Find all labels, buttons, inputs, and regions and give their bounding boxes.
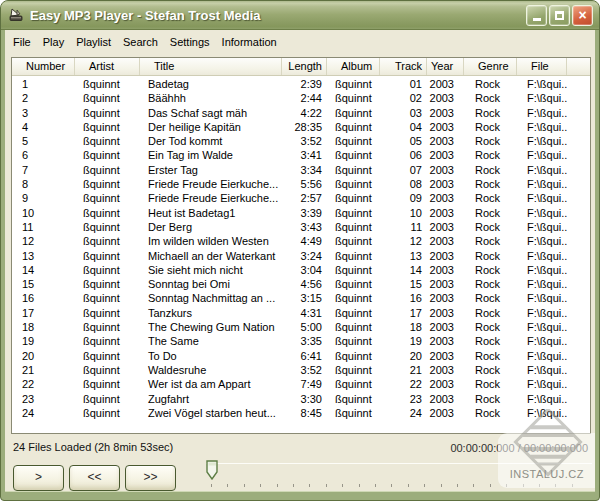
cell-title: Sie sieht mich nicht bbox=[140, 263, 282, 277]
cell-title: Sonntag Nachmittag an ... bbox=[140, 291, 282, 305]
cell-title: Im wilden wilden Westen bbox=[140, 234, 282, 248]
cell-artist: ßquinnt bbox=[75, 392, 140, 406]
cell-track: 24 bbox=[380, 406, 427, 420]
cell-track: 21 bbox=[380, 363, 427, 377]
cell-title: Bäähhh bbox=[140, 91, 282, 105]
table-row[interactable]: 4ßquinntDer heilige Kapitän28:35ßquinnt0… bbox=[12, 120, 590, 134]
column-header-length[interactable]: Length bbox=[282, 58, 327, 75]
cell-length: 3:52 bbox=[282, 134, 327, 148]
cell-length: 4:56 bbox=[282, 277, 327, 291]
cell-filler bbox=[567, 363, 575, 377]
table-row[interactable]: 1ßquinntBadetag2:39ßquinnt012003RockF:\ß… bbox=[12, 77, 590, 91]
next-button[interactable]: >> bbox=[125, 465, 176, 491]
column-header-file[interactable]: File bbox=[517, 58, 567, 75]
cell-year: 2003 bbox=[427, 334, 464, 348]
column-header-title[interactable]: Title bbox=[140, 58, 282, 75]
previous-button[interactable]: << bbox=[69, 465, 120, 491]
cell-album: ßquinnt bbox=[327, 220, 380, 234]
titlebar[interactable]: Easy MP3 Player - Stefan Trost Media × bbox=[1, 1, 599, 30]
menu-item-settings[interactable]: Settings bbox=[164, 32, 216, 52]
cell-album: ßquinnt bbox=[327, 291, 380, 305]
cell-year: 2003 bbox=[427, 320, 464, 334]
menu-item-play[interactable]: Play bbox=[37, 32, 70, 52]
play-button[interactable]: > bbox=[13, 465, 64, 491]
cell-length: 3:41 bbox=[282, 148, 327, 162]
table-row[interactable]: 21ßquinntWaldesruhe3:52ßquinnt212003Rock… bbox=[12, 363, 590, 377]
cell-artist: ßquinnt bbox=[75, 191, 140, 205]
cell-title: Erster Tag bbox=[140, 163, 282, 177]
column-header-number[interactable]: Number bbox=[12, 58, 75, 75]
seek-slider-thumb[interactable] bbox=[206, 460, 219, 481]
table-row[interactable]: 11ßquinntDer Berg3:43ßquinnt112003RockF:… bbox=[12, 220, 590, 234]
cell-year: 2003 bbox=[427, 220, 464, 234]
minimize-button[interactable] bbox=[526, 5, 547, 26]
cell-year: 2003 bbox=[427, 77, 464, 91]
table-row[interactable]: 13ßquinntMichaell an der Waterkant3:24ßq… bbox=[12, 249, 590, 263]
cell-number: 2 bbox=[12, 91, 75, 105]
column-header-year[interactable]: Year bbox=[427, 58, 464, 75]
maximize-button[interactable] bbox=[549, 5, 570, 26]
menu-item-information[interactable]: Information bbox=[216, 32, 283, 52]
cell-filler bbox=[567, 263, 575, 277]
menu-item-file[interactable]: File bbox=[7, 32, 37, 52]
table-row[interactable]: 9ßquinntFriede Freude Eierkuche...2:57ßq… bbox=[12, 191, 590, 205]
cell-file: F:\ßqui... bbox=[517, 134, 567, 148]
cell-artist: ßquinnt bbox=[75, 334, 140, 348]
table-row[interactable]: 10ßquinntHeut ist Badetag13:39ßquinnt102… bbox=[12, 206, 590, 220]
cell-artist: ßquinnt bbox=[75, 134, 140, 148]
column-header-artist[interactable]: Artist bbox=[75, 58, 140, 75]
cell-title: The Chewing Gum Nation bbox=[140, 320, 282, 334]
cell-file: F:\ßqui... bbox=[517, 191, 567, 205]
table-row[interactable]: 3ßquinntDas Schaf sagt mäh4:22ßquinnt032… bbox=[12, 106, 590, 120]
cell-file: F:\ßqui... bbox=[517, 91, 567, 105]
table-row[interactable]: 23ßquinntZugfahrt3:30ßquinnt232003RockF:… bbox=[12, 392, 590, 406]
table-row[interactable]: 17ßquinntTanzkurs4:31ßquinnt172003RockF:… bbox=[12, 306, 590, 320]
cell-album: ßquinnt bbox=[327, 163, 380, 177]
cell-genre: Rock bbox=[464, 263, 517, 277]
cell-album: ßquinnt bbox=[327, 191, 380, 205]
cell-genre: Rock bbox=[464, 134, 517, 148]
table-row[interactable]: 22ßquinntWer ist da am Appart7:49ßquinnt… bbox=[12, 377, 590, 391]
table-row[interactable]: 20ßquinntTo Do6:41ßquinnt202003RockF:\ßq… bbox=[12, 349, 590, 363]
table-row[interactable]: 5ßquinntDer Tod kommt3:52ßquinnt052003Ro… bbox=[12, 134, 590, 148]
table-row[interactable]: 12ßquinntIm wilden wilden Westen4:49ßqui… bbox=[12, 234, 590, 248]
close-button[interactable]: × bbox=[572, 5, 593, 26]
cell-file: F:\ßqui... bbox=[517, 163, 567, 177]
cell-file: F:\ßqui... bbox=[517, 334, 567, 348]
client-area: File Play Playlist Search Settings Infor… bbox=[5, 30, 595, 491]
cell-title: Tanzkurs bbox=[140, 306, 282, 320]
table-row[interactable]: 19ßquinntThe Same3:35ßquinnt192003RockF:… bbox=[12, 334, 590, 348]
table-row[interactable]: 14ßquinntSie sieht mich nicht3:04ßquinnt… bbox=[12, 263, 590, 277]
column-header-track[interactable]: Track bbox=[380, 58, 427, 75]
table-row[interactable]: 2ßquinntBäähhh2:44ßquinnt022003RockF:\ßq… bbox=[12, 91, 590, 105]
cell-number: 13 bbox=[12, 249, 75, 263]
table-row[interactable]: 6ßquinntEin Tag im Walde3:41ßquinnt06200… bbox=[12, 148, 590, 162]
cell-year: 2003 bbox=[427, 91, 464, 105]
table-row[interactable]: 7ßquinntErster Tag3:34ßquinnt072003RockF… bbox=[12, 163, 590, 177]
cell-track: 20 bbox=[380, 349, 427, 363]
cell-title: Michaell an der Waterkant bbox=[140, 249, 282, 263]
cell-filler bbox=[567, 134, 575, 148]
cell-artist: ßquinnt bbox=[75, 263, 140, 277]
column-header-genre[interactable]: Genre bbox=[464, 58, 517, 75]
cell-track: 10 bbox=[380, 206, 427, 220]
cell-title: Der Berg bbox=[140, 220, 282, 234]
cell-artist: ßquinnt bbox=[75, 177, 140, 191]
cell-track: 05 bbox=[380, 134, 427, 148]
cell-track: 17 bbox=[380, 306, 427, 320]
table-row[interactable]: 8ßquinntFriede Freude Eierkuche...5:56ßq… bbox=[12, 177, 590, 191]
column-header-album[interactable]: Album bbox=[327, 58, 380, 75]
cell-length: 2:57 bbox=[282, 191, 327, 205]
cell-file: F:\ßqui... bbox=[517, 263, 567, 277]
cell-year: 2003 bbox=[427, 177, 464, 191]
table-row[interactable]: 16ßquinntSonntag Nachmittag an ...3:15ßq… bbox=[12, 291, 590, 305]
table-row[interactable]: 15ßquinntSonntag bei Omi4:56ßquinnt15200… bbox=[12, 277, 590, 291]
menu-item-search[interactable]: Search bbox=[117, 32, 164, 52]
cell-year: 2003 bbox=[427, 277, 464, 291]
table-row[interactable]: 24ßquinntZwei Vögel starben heut...8:45ß… bbox=[12, 406, 590, 420]
table-row[interactable]: 18ßquinntThe Chewing Gum Nation5:00ßquin… bbox=[12, 320, 590, 334]
cell-title: Der heilige Kapitän bbox=[140, 120, 282, 134]
cell-artist: ßquinnt bbox=[75, 249, 140, 263]
menu-item-playlist[interactable]: Playlist bbox=[70, 32, 117, 52]
cell-file: F:\ßqui... bbox=[517, 77, 567, 91]
